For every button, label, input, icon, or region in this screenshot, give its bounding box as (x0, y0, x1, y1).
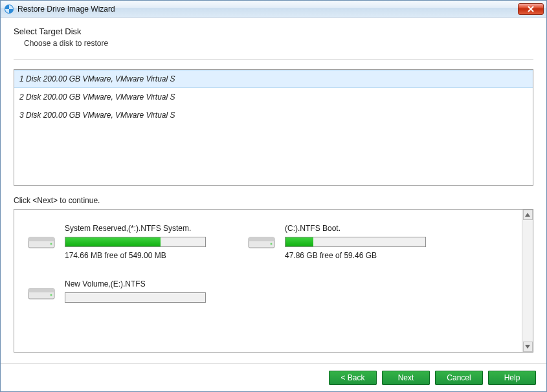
wizard-body: Select Target Disk Choose a disk to rest… (1, 17, 546, 363)
divider (14, 60, 533, 60)
partition-panel: System Reserved,(*:).NTFS System. 174.66… (14, 209, 533, 353)
svg-rect-2 (28, 237, 54, 241)
partition-free-text: 47.86 GB free of 59.46 GB (285, 251, 426, 260)
scrollbar[interactable] (522, 210, 533, 352)
partition-item: New Volume,(E:).NTFS (27, 279, 221, 307)
back-button[interactable]: < Back (329, 371, 377, 385)
scroll-down-button[interactable] (523, 342, 533, 352)
instruction-text: Click <Next> to continue. (14, 196, 533, 205)
footer: < Back Next Cancel Help (1, 363, 546, 391)
header-block: Select Target Disk Choose a disk to rest… (14, 27, 533, 48)
partition-label: (C:).NTFS Boot. (285, 224, 426, 233)
disk-item-2[interactable]: 2 Disk 200.00 GB VMware, VMware Virtual … (14, 88, 533, 106)
disk-item-3[interactable]: 3 Disk 200.00 GB VMware, VMware Virtual … (14, 106, 533, 124)
chevron-down-icon (525, 345, 530, 349)
button-label: Cancel (447, 373, 471, 382)
close-button[interactable] (518, 3, 544, 15)
disk-item-label: 2 Disk 200.00 GB VMware, VMware Virtual … (19, 93, 175, 102)
cancel-button[interactable]: Cancel (435, 371, 483, 385)
page-title: Select Target Disk (14, 27, 533, 36)
button-label: < Back (340, 373, 364, 382)
scroll-up-button[interactable] (523, 210, 533, 220)
wizard-window: Restore Drive Image Wizard Select Target… (0, 0, 547, 392)
disk-item-label: 3 Disk 200.00 GB VMware, VMware Virtual … (19, 111, 175, 120)
partition-grid: System Reserved,(*:).NTFS System. 174.66… (14, 210, 522, 352)
partition-item: System Reserved,(*:).NTFS System. 174.66… (27, 224, 221, 260)
partition-label: System Reserved,(*:).NTFS System. (65, 224, 206, 233)
help-button[interactable]: Help (488, 371, 536, 385)
next-button[interactable]: Next (382, 371, 430, 385)
svg-point-6 (271, 243, 273, 245)
partition-info: System Reserved,(*:).NTFS System. 174.66… (65, 224, 206, 260)
usage-bar-fill (65, 237, 161, 246)
button-label: Next (398, 373, 414, 382)
drive-icon (27, 281, 56, 305)
usage-bar (65, 292, 206, 303)
svg-rect-8 (28, 289, 54, 292)
partition-item: (C:).NTFS Boot. 47.86 GB free of 59.46 G… (247, 224, 441, 260)
close-icon (528, 6, 534, 12)
drive-icon (27, 230, 56, 254)
usage-bar (65, 237, 206, 247)
title-bar: Restore Drive Image Wizard (1, 1, 546, 17)
page-subtitle: Choose a disk to restore (14, 39, 533, 48)
chevron-up-icon (525, 213, 530, 217)
svg-rect-5 (249, 237, 274, 241)
window-title: Restore Drive Image Wizard (15, 5, 518, 14)
disk-item-label: 1 Disk 200.00 GB VMware, VMware Virtual … (19, 74, 175, 83)
drive-icon (247, 230, 276, 254)
usage-bar-fill (285, 237, 313, 246)
svg-point-9 (50, 294, 52, 296)
disk-list: 1 Disk 200.00 GB VMware, VMware Virtual … (14, 69, 533, 186)
partition-info: (C:).NTFS Boot. 47.86 GB free of 59.46 G… (285, 224, 426, 260)
partition-info: New Volume,(E:).NTFS (65, 279, 206, 307)
usage-bar (285, 237, 426, 247)
app-icon (3, 3, 15, 15)
disk-item-1[interactable]: 1 Disk 200.00 GB VMware, VMware Virtual … (14, 70, 533, 88)
button-label: Help (504, 373, 520, 382)
svg-point-3 (50, 243, 52, 245)
partition-free-text: 174.66 MB free of 549.00 MB (65, 251, 206, 260)
partition-label: New Volume,(E:).NTFS (65, 279, 206, 289)
